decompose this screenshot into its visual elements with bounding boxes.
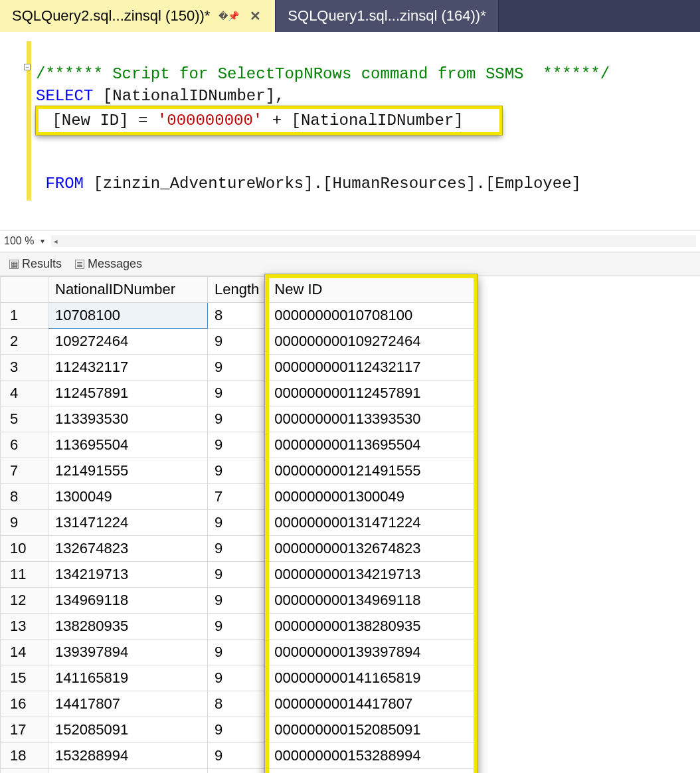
cell-rownum[interactable]: 14 [1, 640, 48, 665]
code-text[interactable]: /****** Script for SelectTopNRows comman… [31, 32, 700, 230]
table-row[interactable]: 21092724649000000000109272464 [1, 329, 475, 355]
table-row[interactable]: 101326748239000000000132674823 [1, 536, 475, 562]
table-row[interactable]: 1614417807800000000014417807 [1, 691, 475, 717]
table-row[interactable]: 181532889949000000000153288994 [1, 743, 475, 769]
table-row[interactable]: 131382809359000000000138280935 [1, 614, 475, 640]
cell-newid[interactable]: 000000000131471224 [268, 510, 475, 536]
cell-nationalid[interactable]: 134219713 [48, 562, 208, 588]
header-length[interactable]: Length [208, 277, 268, 303]
table-row[interactable]: 151411658199000000000141165819 [1, 665, 475, 691]
cell-length[interactable]: 9 [208, 717, 268, 743]
cell-rownum[interactable]: 16 [1, 691, 48, 717]
table-row[interactable]: 8130004970000000001300049 [1, 484, 475, 510]
cell-newid[interactable]: 000000000152085091 [268, 717, 475, 743]
cell-nationalid[interactable]: 113695504 [48, 432, 208, 458]
cell-length[interactable]: 9 [208, 769, 268, 774]
cell-rownum[interactable]: 18 [1, 743, 48, 769]
cell-nationalid[interactable]: 153479919 [48, 769, 208, 774]
outline-collapse-icon[interactable]: − [24, 64, 31, 70]
cell-newid[interactable]: 000000000121491555 [268, 458, 475, 484]
cell-newid[interactable]: 00000000014417807 [268, 691, 475, 717]
cell-length[interactable]: 9 [208, 536, 268, 562]
table-row[interactable]: 71214915559000000000121491555 [1, 458, 475, 484]
cell-length[interactable]: 9 [208, 665, 268, 691]
cell-rownum[interactable]: 7 [1, 458, 48, 484]
header-newid[interactable]: New ID [268, 277, 475, 303]
cell-nationalid[interactable]: 132674823 [48, 536, 208, 562]
header-rownum[interactable] [1, 277, 48, 303]
cell-newid[interactable]: 000000000153479919 [268, 769, 475, 774]
cell-rownum[interactable]: 10 [1, 536, 48, 562]
cell-newid[interactable]: 000000000113393530 [268, 406, 475, 432]
cell-length[interactable]: 9 [208, 640, 268, 665]
table-row[interactable]: 171520850919000000000152085091 [1, 717, 475, 743]
tab-sqlquery1[interactable]: SQLQuery1.sql...zinsql (164))* [276, 0, 498, 32]
cell-rownum[interactable]: 9 [1, 510, 48, 536]
table-row[interactable]: 121349691189000000000134969118 [1, 588, 475, 614]
table-row[interactable]: 41124578919000000000112457891 [1, 381, 475, 406]
table-row[interactable]: 141393978949000000000139397894 [1, 640, 475, 665]
cell-nationalid[interactable]: 10708100 [48, 303, 208, 329]
results-grid[interactable]: NationalIDNumber Length New ID 110708100… [0, 276, 475, 773]
cell-rownum[interactable]: 19 [1, 769, 48, 774]
cell-length[interactable]: 9 [208, 588, 268, 614]
cell-length[interactable]: 9 [208, 329, 268, 355]
cell-length[interactable]: 9 [208, 381, 268, 406]
cell-nationalid[interactable]: 1300049 [48, 484, 208, 510]
cell-newid[interactable]: 000000000141165819 [268, 665, 475, 691]
cell-nationalid[interactable]: 14417807 [48, 691, 208, 717]
cell-nationalid[interactable]: 134969118 [48, 588, 208, 614]
cell-length[interactable]: 9 [208, 614, 268, 640]
table-row[interactable]: 111342197139000000000134219713 [1, 562, 475, 588]
cell-rownum[interactable]: 5 [1, 406, 48, 432]
tab-sqlquery2[interactable]: SQLQuery2.sql...zinsql (150))* �📌 ✕ [0, 0, 276, 32]
cell-length[interactable]: 9 [208, 562, 268, 588]
table-row[interactable]: 191534799199000000000153479919 [1, 769, 475, 774]
horizontal-scrollbar[interactable]: ◂ [51, 235, 696, 247]
tab-results[interactable]: ▦ Results [5, 254, 66, 274]
cell-newid[interactable]: 000000000138280935 [268, 614, 475, 640]
table-row[interactable]: 31124321179000000000112432117 [1, 355, 475, 381]
cell-rownum[interactable]: 1 [1, 303, 48, 329]
cell-rownum[interactable]: 17 [1, 717, 48, 743]
cell-rownum[interactable]: 2 [1, 329, 48, 355]
tab-messages[interactable]: ≣ Messages [71, 254, 146, 274]
cell-nationalid[interactable]: 139397894 [48, 640, 208, 665]
cell-newid[interactable]: 000000000112457891 [268, 381, 475, 406]
cell-rownum[interactable]: 4 [1, 381, 48, 406]
cell-newid[interactable]: 00000000010708100 [268, 303, 475, 329]
cell-nationalid[interactable]: 113393530 [48, 406, 208, 432]
cell-nationalid[interactable]: 109272464 [48, 329, 208, 355]
cell-nationalid[interactable]: 112432117 [48, 355, 208, 381]
table-row[interactable]: 110708100800000000010708100 [1, 303, 475, 329]
table-row[interactable]: 51133935309000000000113393530 [1, 406, 475, 432]
cell-newid[interactable]: 0000000001300049 [268, 484, 475, 510]
cell-newid[interactable]: 000000000134969118 [268, 588, 475, 614]
cell-nationalid[interactable]: 138280935 [48, 614, 208, 640]
cell-rownum[interactable]: 8 [1, 484, 48, 510]
cell-nationalid[interactable]: 153288994 [48, 743, 208, 769]
cell-length[interactable]: 9 [208, 510, 268, 536]
cell-length[interactable]: 9 [208, 355, 268, 381]
close-icon[interactable]: ✕ [248, 6, 263, 26]
cell-nationalid[interactable]: 112457891 [48, 381, 208, 406]
cell-newid[interactable]: 000000000134219713 [268, 562, 475, 588]
table-row[interactable]: 61136955049000000000113695504 [1, 432, 475, 458]
cell-rownum[interactable]: 11 [1, 562, 48, 588]
header-nationalid[interactable]: NationalIDNumber [48, 277, 208, 303]
table-row[interactable]: 91314712249000000000131471224 [1, 510, 475, 536]
cell-newid[interactable]: 000000000153288994 [268, 743, 475, 769]
sql-editor[interactable]: − /****** Script for SelectTopNRows comm… [0, 32, 700, 230]
cell-nationalid[interactable]: 131471224 [48, 510, 208, 536]
cell-newid[interactable]: 000000000112432117 [268, 355, 475, 381]
cell-newid[interactable]: 000000000132674823 [268, 536, 475, 562]
cell-rownum[interactable]: 3 [1, 355, 48, 381]
cell-newid[interactable]: 000000000113695504 [268, 432, 475, 458]
cell-nationalid[interactable]: 121491555 [48, 458, 208, 484]
cell-length[interactable]: 8 [208, 303, 268, 329]
cell-newid[interactable]: 000000000139397894 [268, 640, 475, 665]
cell-length[interactable]: 9 [208, 458, 268, 484]
cell-rownum[interactable]: 6 [1, 432, 48, 458]
cell-nationalid[interactable]: 141165819 [48, 665, 208, 691]
cell-newid[interactable]: 000000000109272464 [268, 329, 475, 355]
